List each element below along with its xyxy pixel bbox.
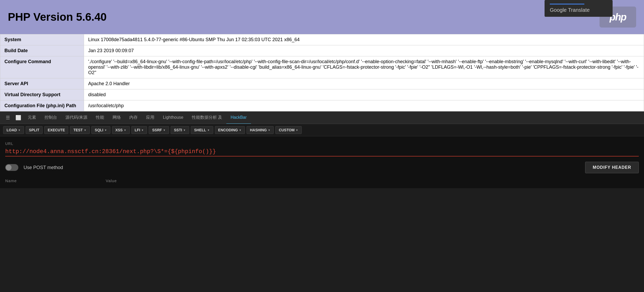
table-row: Build DateJan 23 2019 00:09:07 <box>0 45 644 56</box>
php-header: Google Translate PHP Version 5.6.40 php <box>0 0 644 34</box>
dropdown-arrow-icon: ▼ <box>84 129 86 132</box>
row-label: Build Date <box>0 45 84 56</box>
hackbar-toolbar: LOAD ▼SPLITEXECUTETEST ▼SQLI ▼XSS ▼LFI ▼… <box>0 124 644 136</box>
hackbar-ssti-button[interactable]: SSTI ▼ <box>171 126 189 134</box>
row-value: disabled <box>84 89 644 100</box>
google-translate-label: Google Translate <box>550 7 590 13</box>
devtools-icon-2[interactable]: ⬜ <box>13 112 24 123</box>
name-column-label: Name <box>5 179 17 183</box>
devtools-tab-bar: ☰ ⬜ 元素控制台源代码/来源性能网络内存应用Lighthouse性能数据分析 … <box>0 111 644 124</box>
dropdown-arrow-icon: ▼ <box>207 129 210 132</box>
hackbar-execute-button[interactable]: EXECUTE <box>44 126 68 134</box>
dropdown-arrow-icon: ▼ <box>124 129 126 132</box>
dropdown-arrow-icon: ▼ <box>268 129 270 132</box>
row-label: Server API <box>0 78 84 89</box>
hackbar-split-button[interactable]: SPLIT <box>26 126 43 134</box>
post-method-label: Use POST method <box>24 165 63 170</box>
devtools-tab-控制台[interactable]: 控制台 <box>40 111 61 124</box>
google-translate-popup: Google Translate <box>545 0 613 17</box>
row-label: Configuration File (php.ini) Path <box>0 100 84 111</box>
devtools-tab-HackBar[interactable]: HackBar <box>226 111 251 124</box>
hackbar-body: URL Use POST method MODIFY HEADER Name V… <box>0 136 644 188</box>
row-label: Configure Command <box>0 56 84 78</box>
row-value: Apache 2.0 Handler <box>84 78 644 89</box>
devtools-icon-1[interactable]: ☰ <box>3 112 13 123</box>
dropdown-arrow-icon: ▼ <box>239 129 242 132</box>
devtools-tab-性能[interactable]: 性能 <box>92 111 108 124</box>
post-method-row: Use POST method MODIFY HEADER <box>5 162 639 173</box>
dropdown-arrow-icon: ▼ <box>141 129 144 132</box>
row-value: Jan 23 2019 00:09:07 <box>84 45 644 56</box>
devtools-tab-网络[interactable]: 网络 <box>108 111 125 124</box>
url-label: URL <box>5 142 639 146</box>
toggle-knob <box>6 165 12 170</box>
hackbar-lfi-button[interactable]: LFI ▼ <box>131 126 147 134</box>
hackbar-xss-button[interactable]: XSS ▼ <box>112 126 130 134</box>
row-label: Virtual Directory Support <box>0 89 84 100</box>
php-info-table: SystemLinux 17008de75ada4811 5.4.0-77-ge… <box>0 34 644 111</box>
table-row: Server APIApache 2.0 Handler <box>0 78 644 89</box>
devtools-tab-内存[interactable]: 内存 <box>125 111 142 124</box>
gt-progress-bar <box>550 4 584 4</box>
post-method-toggle[interactable] <box>5 164 18 171</box>
row-value: /usr/local/etc/php <box>84 100 644 111</box>
table-row: Configuration File (php.ini) Path/usr/lo… <box>0 100 644 111</box>
hackbar-hashing-button[interactable]: HASHING ▼ <box>247 126 274 134</box>
table-row: SystemLinux 17008de75ada4811 5.4.0-77-ge… <box>0 34 644 45</box>
dropdown-arrow-icon: ▼ <box>296 129 298 132</box>
dropdown-arrow-icon: ▼ <box>163 129 166 132</box>
modify-header-button[interactable]: MODIFY HEADER <box>585 162 639 173</box>
devtools-tab-元素[interactable]: 元素 <box>24 111 40 124</box>
hackbar-shell-button[interactable]: SHELL ▼ <box>191 126 213 134</box>
hackbar-custom-button[interactable]: CUSTOM ▼ <box>275 126 301 134</box>
hackbar-sqli-button[interactable]: SQLI ▼ <box>91 126 110 134</box>
devtools-tab-性能数据分析-及[interactable]: 性能数据分析 及 <box>188 111 226 124</box>
hackbar-encoding-button[interactable]: ENCODING ▼ <box>215 126 245 134</box>
php-version-title: PHP Version 5.6.40 <box>8 11 107 23</box>
dropdown-arrow-icon: ▼ <box>183 129 186 132</box>
header-table-row: Name Value <box>5 179 639 183</box>
hackbar-ssrf-button[interactable]: SSRF ▼ <box>149 126 169 134</box>
url-input[interactable] <box>5 147 639 156</box>
table-row: Virtual Directory Supportdisabled <box>0 89 644 100</box>
devtools-tab-应用[interactable]: 应用 <box>142 111 159 124</box>
value-column-label: Value <box>106 179 117 183</box>
hackbar-load-button[interactable]: LOAD ▼ <box>3 126 24 134</box>
row-value: './configure' '--build=x86_64-linux-gnu'… <box>84 56 644 78</box>
hackbar-test-button[interactable]: TEST ▼ <box>70 126 90 134</box>
devtools-tab-Lighthouse[interactable]: Lighthouse <box>159 111 187 124</box>
dropdown-arrow-icon: ▼ <box>18 129 21 132</box>
row-value: Linux 17008de75ada4811 5.4.0-77-generic … <box>84 34 644 45</box>
dropdown-arrow-icon: ▼ <box>104 129 107 132</box>
table-row: Configure Command'./configure' '--build=… <box>0 56 644 78</box>
php-content-area: Google Translate PHP Version 5.6.40 php … <box>0 0 644 111</box>
row-label: System <box>0 34 84 45</box>
devtools-tab-源代码/来源[interactable]: 源代码/来源 <box>61 111 92 124</box>
